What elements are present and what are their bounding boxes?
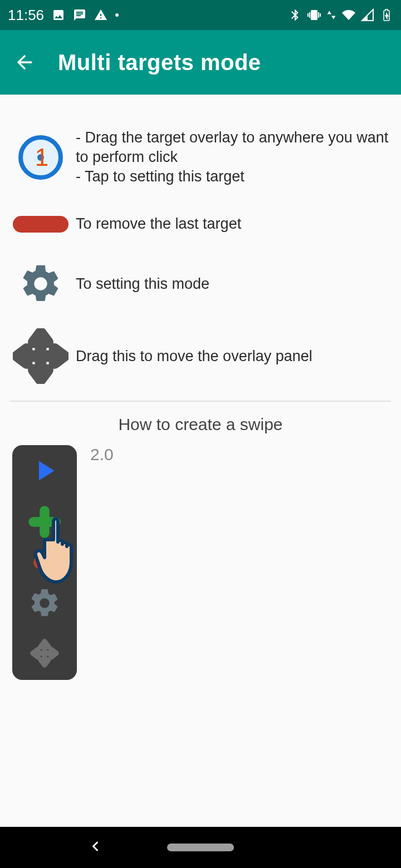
instruction-move: Drag this to move the overlay panel (10, 328, 391, 384)
target-instruction-text: - Drag the target overlay to anywhere yo… (71, 128, 391, 186)
move-icon (13, 328, 69, 384)
settings-instruction-text: To setting this mode (71, 274, 391, 294)
play-icon[interactable] (28, 454, 61, 487)
dot-icon (115, 13, 119, 17)
nav-home-button[interactable] (167, 844, 234, 851)
panel-gear-icon[interactable] (28, 586, 61, 620)
vibrate-icon (307, 8, 321, 22)
statusbar: 11:56 (0, 0, 401, 30)
content: 1 - Drag the target overlay to anywhere … (0, 95, 401, 680)
warning-icon (94, 8, 107, 22)
hand-pointer-icon (29, 511, 96, 591)
data-icon (326, 8, 336, 22)
remove-pill-icon (13, 216, 69, 233)
image-icon (52, 8, 65, 22)
back-button[interactable] (11, 49, 38, 76)
swipe-section-title: How to create a swipe (10, 415, 391, 434)
nav-back-button[interactable] (87, 839, 103, 856)
chevron-left-icon (87, 839, 103, 854)
instruction-target: 1 - Drag the target overlay to anywhere … (10, 128, 391, 186)
instruction-remove: To remove the last target (10, 214, 391, 234)
panel-move-icon[interactable] (29, 638, 60, 669)
arrow-back-icon (13, 51, 36, 73)
message-icon (73, 8, 86, 22)
status-time: 11:56 (8, 7, 44, 24)
target-number: 1 (35, 144, 48, 171)
wifi-icon (342, 8, 355, 22)
appbar: Multi targets mode (0, 30, 401, 95)
instruction-settings: To setting this mode (10, 262, 391, 306)
version-text: 2.0 (90, 445, 114, 464)
divider (10, 401, 391, 402)
remove-instruction-text: To remove the last target (71, 214, 391, 234)
battery-icon (380, 8, 393, 22)
navbar (0, 827, 401, 868)
move-instruction-text: Drag this to move the overlay panel (71, 347, 391, 366)
page-title: Multi targets mode (58, 50, 261, 75)
gear-icon (18, 262, 63, 306)
target-marker-icon: 1 (18, 135, 63, 180)
bluetooth-icon (288, 8, 302, 22)
signal-icon (361, 8, 374, 22)
swipe-demo: 2.0 (10, 445, 391, 680)
